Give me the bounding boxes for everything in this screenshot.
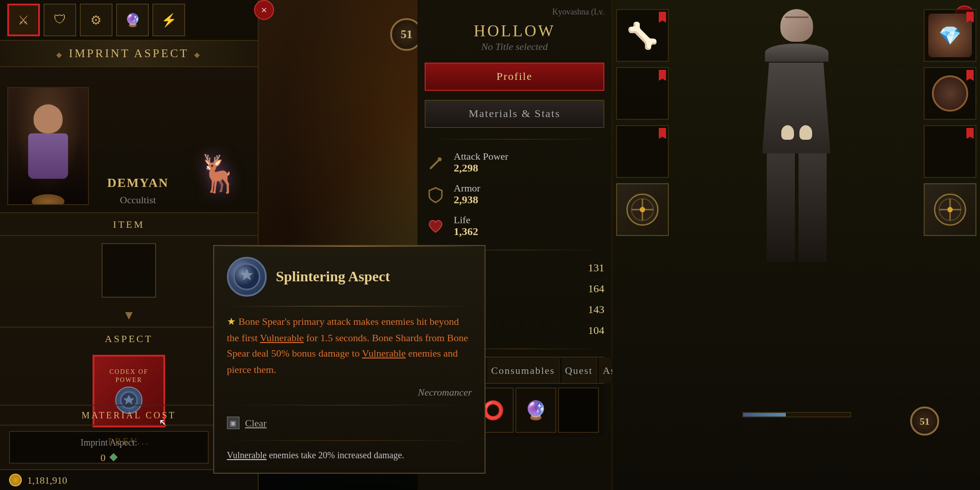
vulnerable-link-1[interactable]: Vulnerable: [260, 332, 304, 343]
level-badge-bottom: 51: [910, 407, 939, 436]
armor-info: Armor 2,938: [454, 182, 604, 207]
skull-1: [781, 125, 794, 140]
gold-amount: 1,181,910: [27, 475, 67, 485]
npc-area: DEMYAN Occultist 🦌: [0, 67, 258, 212]
right-equipment-slots: 💎: [924, 9, 976, 236]
staff-icon: 🦌: [196, 152, 241, 195]
attack-power-info: Attack Power 2,298: [454, 151, 604, 175]
equip-slot-boots[interactable]: [924, 125, 976, 178]
equip-slot-weapon[interactable]: [616, 183, 669, 236]
attack-power-label: Attack Power: [454, 151, 604, 162]
char-leg-left: [766, 153, 794, 262]
codex-title: CODEX OFPOWER: [109, 368, 148, 384]
gold-coin-icon: [9, 474, 22, 486]
item-slot[interactable]: [102, 243, 156, 298]
full-right-section: Kyovashna (Lv. HOLLOW No Title selected …: [417, 0, 980, 490]
star-icon: ★: [227, 316, 236, 327]
material-bar: Imprint Aspect: 0 ◆: [9, 431, 209, 464]
inv-slot-4[interactable]: [558, 387, 599, 433]
attack-power-icon: [425, 152, 446, 174]
character-figure: [715, 9, 878, 327]
item-section-label: ITEM: [0, 212, 258, 236]
dexterity-value: 104: [588, 324, 604, 338]
compass-icon-2: [932, 191, 968, 228]
clear-button[interactable]: ▣ Clear: [227, 413, 472, 433]
xp-fill: [743, 413, 785, 416]
tooltip-divider-1: [227, 306, 472, 307]
tab-icon-1[interactable]: ⚔: [7, 4, 40, 36]
equip-slot-amulet[interactable]: 💎: [924, 9, 976, 62]
left-equipment-slots: 🦴: [616, 9, 669, 236]
tab-icon-3[interactable]: ⚙: [80, 4, 113, 36]
bookmark-icon-3: [659, 128, 666, 139]
life-icon: [425, 216, 446, 237]
tab-icon-5[interactable]: ⚡: [152, 4, 185, 36]
equip-slot-chest[interactable]: [616, 67, 669, 120]
bookmark-icon-6: [966, 128, 974, 139]
materials-stats-button[interactable]: Materials & Stats: [425, 100, 604, 128]
profile-button[interactable]: Profile: [425, 63, 604, 91]
tab-icon-2[interactable]: 🛡: [44, 4, 76, 36]
bookmark-icon-2: [659, 70, 666, 81]
clear-icon: ▣: [227, 417, 240, 430]
tooltip-description: ★ Bone Spear's primary attack makes enem…: [227, 314, 472, 378]
armor-icon: [425, 184, 446, 206]
npc-title: Occultist: [98, 194, 178, 205]
player-name-bar: Kyovashna (Lv.: [425, 7, 604, 16]
vulnerable-ref: Vulnerable: [227, 451, 267, 461]
tab-consumables[interactable]: Consumables: [488, 358, 560, 383]
tab-icon-4[interactable]: 🔮: [116, 4, 149, 36]
tooltip-title: Splintering Aspect: [276, 269, 390, 285]
armor-value: 2,938: [454, 193, 604, 207]
equip-slot-ring[interactable]: [924, 67, 976, 120]
willpower-value: 143: [588, 303, 604, 317]
npc-necklace: [32, 194, 64, 205]
equip-slot-helmet[interactable]: 🦴: [616, 9, 669, 62]
npc-portrait: [7, 87, 89, 205]
npc-torso: [28, 133, 68, 179]
percent-highlight: 50%: [271, 348, 289, 358]
vulnerable-link-2[interactable]: Vulnerable: [362, 348, 406, 358]
tooltip-divider-3: [227, 441, 472, 441]
char-bones: [781, 125, 812, 140]
char-shoulders: [764, 44, 828, 62]
equip-slot-offhand[interactable]: [924, 183, 976, 236]
life-info: Life 1,362: [454, 214, 604, 239]
imprint-label: Imprint Aspect:: [17, 437, 201, 447]
material-count: 0: [101, 451, 106, 462]
strength-value: 131: [588, 261, 604, 275]
skull-2: [799, 125, 812, 140]
panel-title: IMPRINT ASPECT: [0, 41, 258, 67]
char-face-detail: [784, 16, 808, 18]
tooltip-divider-2: [227, 405, 472, 406]
bookmark-icon: [659, 12, 666, 23]
left-panel-close-button[interactable]: ×: [254, 0, 274, 20]
tooltip-sphere-icon: [227, 257, 267, 297]
armor-label: Armor: [454, 182, 604, 193]
equip-slot-gloves[interactable]: [616, 125, 669, 178]
intelligence-value: 164: [588, 282, 604, 296]
char-legs: [764, 153, 828, 262]
helmet-icon: 🦴: [627, 20, 658, 50]
bookmark-icon-5: [966, 70, 974, 81]
attack-power-row: Attack Power 2,298: [425, 147, 604, 179]
splintering-aspect-tooltip: Splintering Aspect ★ Bone Spear's primar…: [213, 245, 485, 474]
npc-head: [34, 104, 63, 133]
tooltip-class: Necromancer: [227, 387, 472, 398]
npc-name: DEMYAN: [98, 176, 178, 191]
inv-slot-3[interactable]: 🔮: [515, 387, 556, 433]
svg-point-18: [947, 207, 953, 212]
tab-quest[interactable]: Quest: [561, 358, 597, 383]
character-visual-column: × 🦴: [612, 0, 980, 490]
npc-staff-area: 🦌: [187, 142, 250, 205]
armor-row: Armor 2,938: [425, 179, 604, 211]
svg-point-13: [640, 207, 645, 212]
life-value: 1,362: [454, 225, 604, 239]
attack-power-value: 2,298: [454, 162, 604, 175]
tooltip-header: Splintering Aspect: [227, 257, 472, 297]
char-head: [780, 9, 813, 42]
tooltip-footnote: Vulnerable enemies take 20% increased da…: [227, 449, 472, 462]
character-subtitle: No Title selected: [425, 41, 604, 52]
character-name: HOLLOW: [425, 22, 604, 41]
npc-body: [21, 104, 75, 204]
